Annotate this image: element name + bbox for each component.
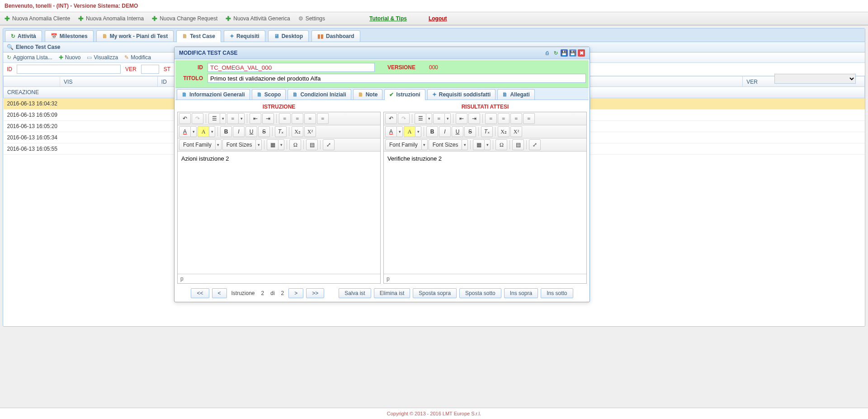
tab-mywork[interactable]: 🗎My work - Piani di Test [96,30,174,42]
italic-icon[interactable]: I [233,126,245,137]
first-button[interactable]: << [191,288,209,298]
refresh-list-button[interactable]: ↻Aggiorna Lista... [7,54,52,61]
col-vis-header[interactable]: VIS [60,76,158,88]
highlight-icon[interactable]: A [198,126,209,137]
dropdown-icon[interactable]: ▾ [190,126,197,137]
bold-icon[interactable]: B [220,126,232,137]
align-left-icon[interactable]: ≡ [279,113,291,124]
subscript-icon[interactable]: X₂ [498,126,509,137]
table-icon[interactable]: ▦ [473,139,485,150]
save-icon[interactable]: 💾 [561,49,568,57]
text-color-icon[interactable]: A [179,126,191,137]
align-right-icon[interactable]: ≡ [510,113,522,124]
align-justify-icon[interactable]: ≡ [317,113,329,124]
mtab-requisiti[interactable]: ✦Requisiti soddisfatti [427,89,496,100]
tutorial-link[interactable]: Tutorial & Tips [369,15,407,22]
delete-inst-button[interactable]: Elimina ist [374,288,410,298]
align-center-icon[interactable]: ≡ [498,113,509,124]
tab-milestones[interactable]: 📅Milestones [45,30,94,42]
refresh-icon[interactable]: ↻ [552,49,559,57]
save-close-icon[interactable]: 💾 [569,49,576,57]
dropdown-icon[interactable]: ▾ [255,139,262,150]
new-client-anomaly-button[interactable]: ✚Nuova Anomalia Cliente [5,15,70,22]
move-up-button[interactable]: Sposta sopra [413,288,457,298]
mtab-istruzioni[interactable]: ✔Istruzioni [384,89,425,100]
mtab-scopo[interactable]: 🗎Scopo [252,89,286,100]
move-down-button[interactable]: Sposta sotto [459,288,501,298]
bold-icon[interactable]: B [426,126,438,137]
rte-right-content[interactable]: Verifiche istruzione 2 [384,152,586,274]
align-center-icon[interactable]: ≡ [292,113,303,124]
text-color-icon[interactable]: A [385,126,397,137]
new-change-request-button[interactable]: ✚Nuova Change Request [152,15,217,22]
superscript-icon[interactable]: X² [304,126,316,137]
next-button[interactable]: > [288,288,303,298]
new-generic-activity-button[interactable]: ✚Nuova Attività Generica [226,15,290,22]
tab-requisiti[interactable]: ✦Requisiti [224,30,265,42]
tab-activity[interactable]: ↻Attività [5,30,42,42]
view-button[interactable]: ▭Visualizza [87,54,118,61]
dropdown-icon[interactable]: ▾ [396,126,403,137]
underline-icon[interactable]: U [452,126,463,137]
numbering-icon[interactable]: ≡ [227,113,239,124]
font-size-select[interactable]: Font Sizes [222,139,256,150]
bullets-icon[interactable]: ☰ [415,113,426,124]
align-left-icon[interactable]: ≡ [485,113,497,124]
undo-icon[interactable]: ↶ [385,113,397,124]
outdent-icon[interactable]: ⇤ [456,113,467,124]
save-inst-button[interactable]: Salva ist [339,288,371,298]
tab-desktop[interactable]: 🖥Desktop [268,30,309,42]
id-field[interactable] [208,63,375,72]
dropdown-icon[interactable]: ▾ [238,113,245,124]
align-justify-icon[interactable]: ≡ [523,113,535,124]
settings-button[interactable]: ⚙Settings [298,15,325,22]
titolo-field[interactable] [208,74,586,83]
fullscreen-icon[interactable]: ⤢ [529,139,541,150]
highlight-icon[interactable]: A [404,126,415,137]
underline-icon[interactable]: U [245,126,257,137]
redo-icon[interactable]: ↷ [192,113,203,124]
font-family-select[interactable]: Font Family [385,139,422,150]
insert-below-button[interactable]: Ins sotto [541,288,573,298]
dropdown-icon[interactable]: ▾ [484,139,491,150]
far-dropdown[interactable] [774,74,856,84]
insert-above-button[interactable]: Ins sopra [504,288,538,298]
prev-button[interactable]: < [212,288,227,298]
numbering-icon[interactable]: ≡ [433,113,445,124]
dropdown-icon[interactable]: ▾ [444,113,451,124]
close-icon[interactable]: ✖ [578,49,585,57]
mtab-info[interactable]: 🗎Informazioni Generali [177,89,250,100]
indent-icon[interactable]: ⇥ [468,113,480,124]
special-char-icon[interactable]: Ω [495,139,507,150]
dropdown-icon[interactable]: ▾ [462,139,468,150]
superscript-icon[interactable]: X² [510,126,522,137]
clear-format-icon[interactable]: Tₓ [481,126,493,137]
dropdown-icon[interactable]: ▾ [215,139,222,150]
indent-icon[interactable]: ⇥ [262,113,274,124]
dropdown-icon[interactable]: ▾ [421,139,428,150]
rte-left-content[interactable]: Azioni istruzione 2 [178,152,380,274]
undo-icon[interactable]: ↶ [179,113,191,124]
tab-dashboard[interactable]: ▮▮Dashboard [311,30,360,42]
fullscreen-icon[interactable]: ⤢ [323,139,335,150]
bullets-icon[interactable]: ☰ [208,113,220,124]
mtab-note[interactable]: 🗎Note [353,89,383,100]
id-filter-input[interactable] [17,65,121,74]
ver-filter-input[interactable] [141,65,159,74]
table-icon[interactable]: ▦ [267,139,278,150]
align-right-icon[interactable]: ≡ [304,113,316,124]
dropdown-icon[interactable]: ▾ [426,113,432,124]
tab-testcase[interactable]: 🗎Test Case [176,30,221,42]
new-button[interactable]: ✚Nuovo [59,54,81,61]
dropdown-icon[interactable]: ▾ [220,113,226,124]
source-icon[interactable]: ▤ [512,139,524,150]
font-family-select[interactable]: Font Family [179,139,216,150]
dropdown-icon[interactable]: ▾ [278,139,284,150]
edit-button[interactable]: ✎Modifica [124,54,151,61]
subscript-icon[interactable]: X₂ [292,126,303,137]
source-icon[interactable]: ▤ [306,139,318,150]
italic-icon[interactable]: I [439,126,451,137]
logout-link[interactable]: Logout [429,15,447,22]
redo-icon[interactable]: ↷ [398,113,410,124]
print-icon[interactable]: ⎙ [543,49,551,57]
